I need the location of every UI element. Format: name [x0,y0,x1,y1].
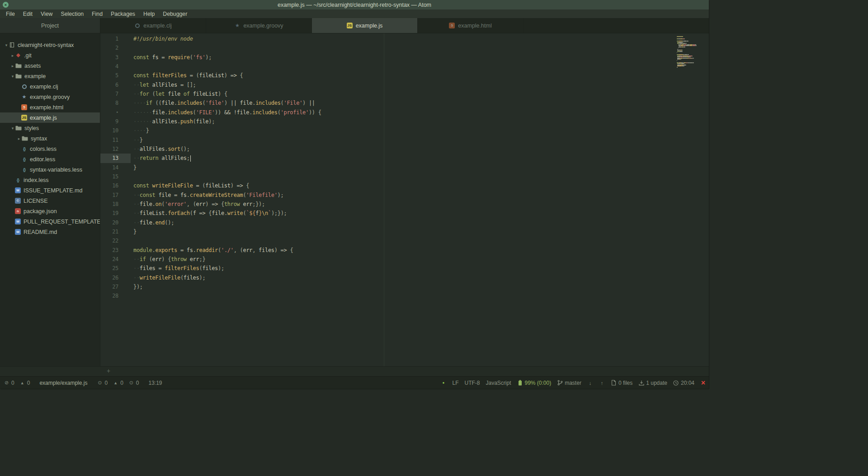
notification-close[interactable]: × [700,380,706,386]
line-number[interactable]: 16 [100,181,131,190]
code-line[interactable]: 21} [100,227,709,236]
tree-item-index.less[interactable]: {}index.less [0,175,100,185]
menu-view[interactable]: View [37,11,57,17]
minimap[interactable] [677,36,708,69]
code-line[interactable]: 10····} [100,126,709,135]
tree-item-example.groovy[interactable]: ★example.groovy [0,92,100,102]
clock[interactable]: 20:04 [673,380,694,386]
line-number[interactable]: 6 [100,80,131,89]
line-number[interactable]: 19 [100,209,131,218]
code-line[interactable]: 8····if ((file.includes('file') || file.… [100,98,709,107]
menu-edit[interactable]: Edit [19,11,37,17]
line-number[interactable]: 28 [100,291,131,300]
code-line[interactable]: •······file.includes('FILE')) && !file.i… [100,108,709,117]
tree-item-ISSUE_TEMPLATE.md[interactable]: MISSUE_TEMPLATE.md [0,185,100,196]
line-number[interactable]: 25 [100,264,131,273]
tree-item-styles[interactable]: ▾styles [0,123,100,133]
changed-files[interactable]: 0 files [611,380,632,386]
menu-selection[interactable]: Selection [57,11,88,17]
file-warnings[interactable]: ▲0 [113,380,123,386]
tab-example.groovy[interactable]: ★example.groovy [206,18,312,33]
tree-item-syntax[interactable]: ▸syntax [0,133,100,144]
code-line[interactable]: 15 [100,172,709,181]
code-line[interactable]: 16const writeFileFile = (fileList) => { [100,181,709,190]
code-line[interactable]: 6··let allFiles = []; [100,80,709,89]
tree-item-colors.less[interactable]: {}colors.less [0,144,100,154]
menu-packages[interactable]: Packages [107,11,139,17]
tree-item-assets[interactable]: ▸assets [0,61,100,71]
line-number[interactable]: 5 [100,71,131,80]
git-pull[interactable]: ↓ [587,380,593,386]
line-number[interactable]: 10 [100,126,131,135]
code-line[interactable]: 3const fs = require('fs'); [100,53,709,62]
code-line[interactable]: 9······allFiles.push(file); [100,117,709,126]
line-number[interactable]: 4 [100,62,131,71]
code-line[interactable]: 20··file.end(); [100,218,709,227]
tree-item-example[interactable]: ▾example [0,71,100,81]
grammar[interactable]: JavaScript [486,380,511,386]
tree-item-PULL_REQUEST_TEMPLATE.md[interactable]: MPULL_REQUEST_TEMPLATE.md [0,216,100,227]
code-line[interactable]: 26··writeFileFile(files); [100,273,709,282]
line-ending[interactable]: LF [452,380,458,386]
line-number[interactable]: 24 [100,255,131,264]
git-branch[interactable]: master [557,380,581,386]
tree-item-clearnight-retro-syntax[interactable]: ▾clearnight-retro-syntax [0,40,100,50]
line-number[interactable]: 9 [100,117,131,126]
code-line[interactable]: 7··for (let file of fileList) { [100,89,709,98]
battery[interactable]: 99% (0:00) [517,380,552,386]
linter-status-dot[interactable]: ● [440,380,446,386]
tab-example.clj[interactable]: example.clj [100,18,206,33]
chevron-down-icon[interactable]: ▾ [10,74,15,79]
code-line[interactable]: 14} [100,163,709,172]
file-path[interactable]: example/example.js [39,380,87,386]
git-push[interactable]: ↑ [599,380,605,386]
updates[interactable]: 1 update [638,380,667,386]
line-number[interactable]: 2 [100,43,131,52]
line-number[interactable]: 27 [100,282,131,291]
code-line[interactable]: 2 [100,43,709,52]
code-line[interactable]: 4 [100,62,709,71]
line-number[interactable]: 8 [100,98,131,107]
tree-item-.git[interactable]: ▸.git [0,50,100,61]
tab-example.js[interactable]: JSexample.js [312,18,418,33]
menu-debugger[interactable]: Debugger [159,11,191,17]
tree-item-example.html[interactable]: 5example.html [0,102,100,112]
line-number[interactable]: 12 [100,145,131,154]
line-number[interactable]: 21 [100,227,131,236]
line-number[interactable]: 13 [100,154,131,163]
code-line[interactable]: 22 [100,236,709,245]
tab-example.html[interactable]: 5example.html [418,18,524,33]
line-number[interactable]: 11 [100,135,131,145]
menu-help[interactable]: Help [139,11,159,17]
code-line[interactable]: 27}); [100,282,709,291]
code-line[interactable]: 5const filterFiles = (fileList) => { [100,71,709,80]
window-close-button[interactable]: × [3,2,9,8]
code-area[interactable]: 1#!/usr/bin/env node23const fs = require… [100,34,709,301]
chevron-down-icon[interactable]: ▾ [4,43,9,47]
encoding[interactable]: UTF-8 [464,380,480,386]
project-errors[interactable]: ⊘0 [4,380,14,386]
line-number[interactable]: 20 [100,218,131,227]
tree-item-package.json[interactable]: npackage.json [0,206,100,216]
menu-find[interactable]: Find [88,11,107,17]
tree-item-example.js[interactable]: JSexample.js [0,112,100,123]
code-line[interactable]: 12··allFiles.sort(); [100,145,709,154]
code-line[interactable]: 25··files = filterFiles(files); [100,264,709,273]
code-line[interactable]: 18··file.on('error', (err) => {throw err… [100,200,709,209]
chevron-right-icon[interactable]: ▸ [10,53,15,58]
line-number[interactable]: 22 [100,236,131,245]
line-number[interactable]: 14 [100,163,131,172]
code-line[interactable]: 23module.exports = fs.readdir('./', (err… [100,246,709,255]
line-number[interactable]: 23 [100,246,131,255]
tree-item-example.clj[interactable]: example.clj [0,81,100,92]
tree-item-LICENSE[interactable]: ©LICENSE [0,196,100,206]
line-number[interactable]: 17 [100,191,131,200]
line-number[interactable]: 7 [100,89,131,98]
menu-file[interactable]: File [2,11,19,17]
line-number[interactable]: 15 [100,172,131,181]
code-line[interactable]: 28 [100,291,709,300]
code-line[interactable]: 11··} [100,135,709,145]
code-line[interactable]: 19··fileList.forEach(f => {file.write(`$… [100,209,709,218]
line-number[interactable]: 18 [100,200,131,209]
chevron-right-icon[interactable]: ▸ [16,136,22,141]
